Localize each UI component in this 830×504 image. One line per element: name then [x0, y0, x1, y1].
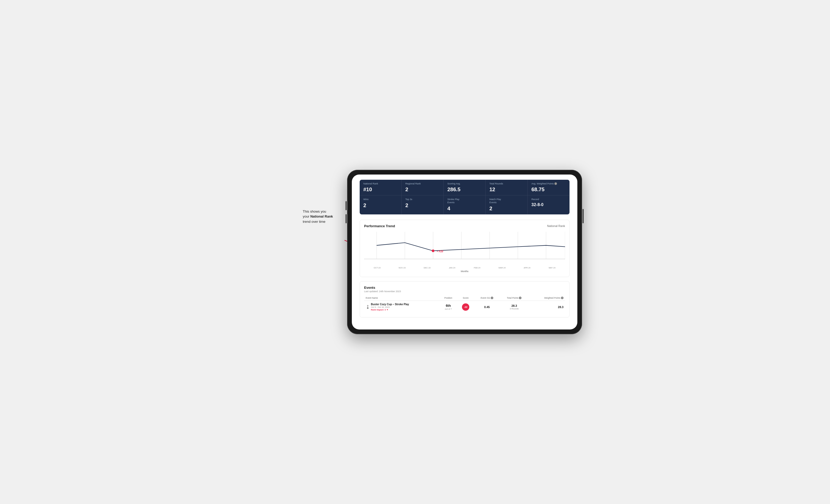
chart-x-axis-title: Months	[364, 270, 565, 273]
stroke-play-icon	[366, 305, 370, 309]
avg-weighted-info-icon: i	[554, 182, 557, 185]
event-score-cell: -22	[457, 301, 474, 313]
event-position-cell: 6th out of 7	[439, 301, 457, 313]
col-event-sg: Event SG i	[474, 295, 500, 301]
event-score: -22	[464, 306, 468, 308]
power-button	[582, 209, 584, 223]
stat-total-rounds: Total Rounds 12	[486, 180, 528, 196]
svg-point-13	[367, 307, 369, 309]
annotation-line3: trend over time	[303, 220, 325, 224]
event-total-points-value: 28.3	[512, 304, 517, 307]
device-frame: National Rank #10 Regional Rank 2 Scorin…	[347, 170, 582, 334]
chart-x-labels: OCT 23 NOV 23 DEC 23 JAN 24 FEB 24 MAR 2…	[364, 267, 565, 269]
stat-national-rank: National Rank #10	[360, 180, 402, 196]
performance-trend-header: Performance Trend National Rank	[364, 224, 565, 228]
device-screen: National Rank #10 Regional Rank 2 Scorin…	[352, 174, 577, 330]
stats-row-1: National Rank #10 Regional Rank 2 Scorin…	[360, 180, 570, 196]
event-name: Buster Cozy Cup – Stroke Play	[371, 303, 409, 306]
x-label-oct23: OCT 23	[364, 267, 390, 269]
events-table: Event Name Position Score Event SG i Tot…	[364, 295, 565, 313]
event-sg-info-icon: i	[491, 297, 493, 299]
col-event-name: Event Name	[364, 295, 439, 301]
events-card: Events Last updated: 24th November 2023 …	[360, 281, 570, 318]
x-label-jan24: JAN 24	[440, 267, 465, 269]
total-points-info-icon: i	[519, 297, 521, 299]
svg-point-11	[432, 249, 434, 252]
col-score: Score	[457, 295, 474, 301]
chart-container: • #10	[364, 231, 565, 265]
x-label-mar24: MAR 24	[490, 267, 515, 269]
stat-stroke-play-events: Stroke PlayEvents 4	[444, 195, 486, 214]
stat-wins: Wins 2	[360, 195, 402, 214]
performance-trend-title: Performance Trend	[364, 224, 395, 228]
stat-avg-weighted-points: Avg. Weighted Points i 68.75	[528, 180, 570, 196]
stats-grid: National Rank #10 Regional Rank 2 Scorin…	[360, 180, 570, 214]
events-header: Events Last updated: 24th November 2023	[364, 285, 565, 293]
stats-row-2: Wins 2 Top 3s 2 Stroke PlayEvents 4	[360, 195, 570, 214]
col-weighted-points: Weighted Points i	[529, 295, 565, 301]
weighted-points-info-icon: i	[561, 297, 564, 299]
event-score-badge: -22	[462, 303, 469, 311]
event-weighted-points-value: 28.3	[558, 305, 564, 309]
volume-button-up	[346, 201, 347, 210]
x-label-feb24: FEB 24	[465, 267, 490, 269]
col-position: Position	[439, 295, 457, 301]
annotation-text: This shows you your National Rank trend …	[303, 209, 333, 224]
svg-text:• #10: • #10	[437, 250, 443, 253]
x-label-may24: MAY 24	[540, 267, 565, 269]
x-label-apr24: APR 24	[515, 267, 540, 269]
event-position: 6th	[441, 304, 455, 308]
table-row: Buster Cozy Cup – Stroke Play Oct 9 - Oc…	[364, 301, 565, 313]
stat-match-play-events: Match PlayEvents 2	[486, 195, 528, 214]
event-weighted-points-cell: 28.3	[529, 301, 565, 313]
events-last-updated: Last updated: 24th November 2023	[364, 290, 565, 293]
stat-scoring-avg: Scoring Avg. 286.5	[444, 180, 486, 196]
annotation-bold: National Rank	[310, 214, 333, 219]
stat-regional-rank: Regional Rank 2	[402, 180, 444, 196]
event-name-cell: Buster Cozy Cup – Stroke Play Oct 9 - Oc…	[364, 301, 439, 313]
annotation-line1: This shows you	[303, 209, 326, 213]
performance-trend-subtitle: National Rank	[547, 224, 565, 228]
event-total-points-cell: 28.3 3 Rounds	[500, 301, 529, 313]
event-position-sub: out of 7	[445, 308, 452, 310]
stat-top3s: Top 3s 2	[402, 195, 444, 214]
x-label-dec23: DEC 23	[415, 267, 440, 269]
stat-record: Record 32-8-0	[528, 195, 570, 214]
performance-trend-card: Performance Trend National Rank	[360, 220, 570, 277]
event-sg-cell: 0.45	[474, 301, 500, 313]
annotation-line2: your	[303, 214, 310, 219]
event-sg-value: 0.45	[484, 305, 490, 309]
event-date: Oct 9 - Oct 10, 2023	[371, 306, 390, 308]
event-rank-impact: Rank Impact: 3 ▼	[371, 309, 388, 311]
volume-button-down	[346, 214, 347, 223]
col-total-points: Total Points i	[500, 295, 529, 301]
event-total-points-sub: 3 Rounds	[510, 308, 519, 310]
x-label-nov23: NOV 23	[390, 267, 415, 269]
chart-svg: • #10	[364, 231, 565, 265]
events-title: Events	[364, 285, 565, 290]
